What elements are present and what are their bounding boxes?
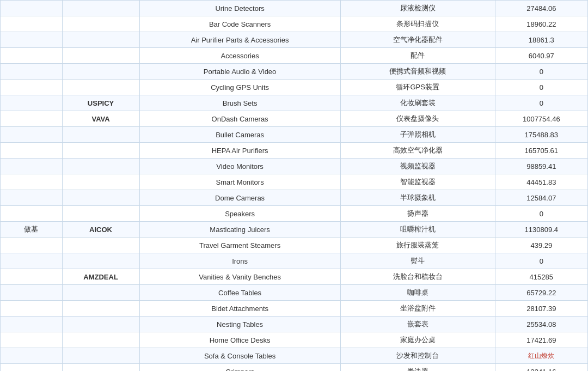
brand-cn-cell [1,127,63,143]
brand-cn-cell [1,16,63,32]
value-cell: 439.29 [495,238,587,253]
product-en-cell: Smart Monitors [139,174,340,190]
table-row: Smart Monitors智能监视器44451.83 [1,174,588,190]
table-row: Speakers扬声器0 [1,206,588,222]
table-row: Accessories配件6040.97 [1,48,588,64]
product-en-cell: OnDash Cameras [139,111,340,127]
product-en-cell: Irons [139,253,340,269]
product-cn-cell: 卷边器 [340,364,495,372]
brand-en-cell: AICOK [62,222,139,238]
table-row: Coffee Tables咖啡桌65729.22 [1,285,588,301]
product-cn-cell: 家庭办公桌 [340,332,495,348]
product-en-cell: Nesting Tables [139,317,340,332]
table-row: Video Monitors视频监视器98859.41 [1,159,588,174]
brand-cn-cell [1,285,63,301]
product-en-cell: Travel Garment Steamers [139,238,340,253]
product-en-cell: Sofa & Console Tables [139,348,340,364]
product-en-cell: HEPA Air Purifiers [139,143,340,159]
brand-en-cell [62,238,139,253]
product-cn-cell: 嵌套表 [340,317,495,332]
product-cn-cell: 洗脸台和梳妆台 [340,269,495,285]
brand-en-cell [62,16,139,32]
table-row: Home Office Desks家庭办公桌17421.69 [1,332,588,348]
brand-en-cell [62,253,139,269]
product-en-cell: Coffee Tables [139,285,340,301]
table-row: Cycling GPS Units循环GPS装置0 [1,80,588,95]
brand-en-cell [62,348,139,364]
product-cn-cell: 仪表盘摄像头 [340,111,495,127]
value-cell: 0 [495,206,587,222]
table-row: VAVAOnDash Cameras仪表盘摄像头1007754.46 [1,111,588,127]
product-cn-cell: 智能监视器 [340,174,495,190]
product-en-cell: Air Purifier Parts & Accessories [139,32,340,48]
product-cn-cell: 咀嚼榨汁机 [340,222,495,238]
brand-cn-cell [1,95,63,111]
value-cell: 28107.39 [495,301,587,317]
brand-cn-cell [1,174,63,190]
value-cell: 175488.83 [495,127,587,143]
brand-cn-cell [1,364,63,372]
brand-en-cell [62,317,139,332]
product-cn-cell: 坐浴盆附件 [340,301,495,317]
value-cell: 98859.41 [495,159,587,174]
watermark: 红山燎炊 [528,352,554,360]
value-cell: 165705.61 [495,143,587,159]
brand-cn-cell [1,111,63,127]
value-cell: 0 [495,64,587,80]
value-cell: 1130809.4 [495,222,587,238]
product-en-cell: Video Monitors [139,159,340,174]
value-cell: 0 [495,95,587,111]
value-cell: 12584.07 [495,190,587,206]
product-en-cell: Portable Audio & Video [139,64,340,80]
product-cn-cell: 熨斗 [340,253,495,269]
brand-en-cell [62,1,139,16]
brand-en-cell: USPICY [62,95,139,111]
value-cell: 18861.3 [495,32,587,48]
brand-cn-cell [1,206,63,222]
table-row: Sofa & Console Tables沙发和控制台红山燎炊 [1,348,588,364]
value-cell: 25534.08 [495,317,587,332]
product-cn-cell: 沙发和控制台 [340,348,495,364]
brand-cn-cell [1,80,63,95]
product-cn-cell: 化妆刷套装 [340,95,495,111]
product-en-cell: Vanities & Vanity Benches [139,269,340,285]
brand-en-cell [62,301,139,317]
product-cn-cell: 子弹照相机 [340,127,495,143]
brand-en-cell [62,364,139,372]
product-en-cell: Accessories [139,48,340,64]
brand-cn-cell [1,48,63,64]
value-cell: 65729.22 [495,285,587,301]
brand-cn-cell [1,269,63,285]
table-row: Air Purifier Parts & Accessories空气净化器配件1… [1,32,588,48]
brand-cn-cell [1,301,63,317]
value-cell: 0 [495,80,587,95]
product-en-cell: Cycling GPS Units [139,80,340,95]
brand-cn-cell [1,143,63,159]
brand-en-cell [62,143,139,159]
brand-cn-cell: 傲基 [1,222,63,238]
product-en-cell: Bar Code Scanners [139,16,340,32]
product-en-cell: Brush Sets [139,95,340,111]
table-row: Crimpers卷边器13341.16 [1,364,588,372]
product-cn-cell: 扬声器 [340,206,495,222]
product-cn-cell: 条形码扫描仪 [340,16,495,32]
data-table: Urine Detectors尿液检测仪27484.06Bar Code Sca… [0,0,588,371]
brand-en-cell [62,32,139,48]
brand-cn-cell [1,317,63,332]
table-row: AMZDEALVanities & Vanity Benches洗脸台和梳妆台4… [1,269,588,285]
table-row: Bidet Attachments坐浴盆附件28107.39 [1,301,588,317]
product-cn-cell: 便携式音频和视频 [340,64,495,80]
brand-en-cell [62,285,139,301]
table-row: Irons熨斗0 [1,253,588,269]
table-row: Bullet Cameras子弹照相机175488.83 [1,127,588,143]
table-row: Nesting Tables嵌套表25534.08 [1,317,588,332]
product-cn-cell: 尿液检测仪 [340,1,495,16]
table-row: Portable Audio & Video便携式音频和视频0 [1,64,588,80]
brand-cn-cell [1,32,63,48]
value-cell: 18960.22 [495,16,587,32]
value-cell: 415285 [495,269,587,285]
product-cn-cell: 咖啡桌 [340,285,495,301]
brand-cn-cell [1,190,63,206]
product-cn-cell: 旅行服装蒸笼 [340,238,495,253]
product-cn-cell: 循环GPS装置 [340,80,495,95]
